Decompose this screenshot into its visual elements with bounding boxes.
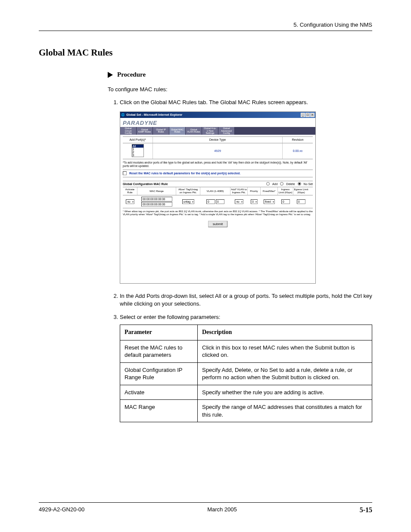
tab-bar: Global Circuit Config Global IGMP Rules … xyxy=(120,127,315,135)
reset-label: Reset the MAC rules to default parameter… xyxy=(129,171,240,176)
procedure-steps: Click on the Global MAC Rules tab. The G… xyxy=(108,99,372,422)
top-rule xyxy=(39,31,372,31)
col-vlan: VLAN (1-4085) xyxy=(200,187,230,195)
cell-param: Activate xyxy=(120,385,198,400)
submit-button[interactable]: submit xyxy=(208,221,228,227)
footer-docno: 4929-A2-GN20-00 xyxy=(39,506,84,514)
brand-logo: PARADYNE xyxy=(120,118,315,127)
radio-add[interactable] xyxy=(266,182,270,186)
col-egress: Egress Limit (Kbps) xyxy=(293,187,309,195)
tab-global-vlan-rules[interactable]: Global VLAN Rules xyxy=(186,127,202,135)
th-parameter: Parameter xyxy=(120,325,198,340)
th-description: Description xyxy=(198,325,372,340)
col-priority: Priority xyxy=(248,187,261,195)
procedure-intro: To configure MAC rules: xyxy=(108,86,372,93)
revision-value: 0.00.xx xyxy=(283,143,313,159)
col-ingress: Ingress Limit (Kbps) xyxy=(278,187,293,195)
chapter-header: 5. Configuration Using the NMS xyxy=(39,22,372,28)
footnotes: ¹ When allow tag on ingress pkt, the por… xyxy=(123,210,313,217)
col-mac-range: MAC Range xyxy=(137,187,176,195)
cell-param: MAC Range xyxy=(120,400,198,422)
ie-icon: 🌐 xyxy=(121,113,125,117)
columns-header: Activate Rule MAC Range Allow¹ Tag/Untag… xyxy=(123,187,313,195)
fixed-max-select[interactable]: fixed xyxy=(264,199,275,204)
activate-select[interactable]: no xyxy=(126,199,134,204)
egress-input[interactable]: 0 xyxy=(297,199,305,204)
col-fixed-max: Fixed/Max² xyxy=(261,187,278,195)
bottom-rule xyxy=(39,502,372,503)
tab-global-circuit-config[interactable]: Global Circuit Config xyxy=(120,127,137,135)
table-row: Global Configuration IP Range Rule Speci… xyxy=(120,362,372,385)
port-option-2[interactable]: 2 xyxy=(132,151,143,154)
tab-global-advanced-config[interactable]: Global Advanced Config xyxy=(218,127,235,135)
radio-delete[interactable] xyxy=(280,182,283,186)
port-option-1[interactable]: 1 xyxy=(132,148,143,151)
table-row: MAC Range Specify the range of MAC addre… xyxy=(120,400,372,422)
header-add-ports: Add Port(s)* xyxy=(123,137,153,143)
cell-desc: Specify Add, Delete, or No Set to add a … xyxy=(198,362,372,385)
rule-action-radios: Add Delete No Set xyxy=(266,182,313,186)
page-footer: 4929-A2-GN20-00 March 2005 5-15 xyxy=(39,502,372,514)
port-option-all[interactable]: All xyxy=(132,145,143,148)
window-buttons: _ □ × xyxy=(301,113,314,117)
allow-select[interactable]: untag xyxy=(182,199,194,204)
cell-param: Global Configuration IP Range Rule xyxy=(120,362,198,385)
cell-desc: Specify the range of MAC addresses that … xyxy=(198,400,372,422)
reset-checkbox[interactable] xyxy=(123,171,127,175)
step-2: In the Add Ports drop-down list, select … xyxy=(120,292,372,308)
vlan-input-2[interactable]: 0 xyxy=(216,199,224,204)
footer-page: 5-15 xyxy=(360,506,372,514)
radio-noset[interactable] xyxy=(298,182,301,186)
vlan-input-1[interactable]: 0 xyxy=(206,199,215,204)
add-ports-listbox[interactable]: All 1 2 3 xyxy=(132,144,144,157)
parameter-table: Parameter Description Reset the MAC rule… xyxy=(120,325,372,423)
ingress-input[interactable]: 0 xyxy=(281,199,290,204)
cell-desc: Click in this box to reset MAC rules whe… xyxy=(198,340,372,362)
maximize-icon[interactable]: □ xyxy=(305,113,310,117)
tab-global-mac-rules[interactable]: Global MAC Rules xyxy=(169,127,186,135)
tab-global-host-settings[interactable]: Global 4-to-1 Host Settings xyxy=(202,127,218,135)
tab-global-igmp-rules[interactable]: Global IGMP Rules xyxy=(137,127,153,135)
gcfg-title: Global Configuration MAC Rule xyxy=(123,182,168,186)
col-allow: Allow¹ Tag/Untag on Ingress Pkt. xyxy=(176,187,200,195)
procedure-heading: Procedure xyxy=(108,71,372,78)
header-revision: Revision xyxy=(283,137,313,143)
section-title: Global MAC Rules xyxy=(39,47,372,58)
cell-param: Reset the MAC rules to default parameter… xyxy=(120,340,198,362)
mac-range-end-input[interactable]: 00:00:00:00:00:00 xyxy=(141,202,172,207)
cell-desc: Specify whether the rule you are adding … xyxy=(198,385,372,400)
triangle-icon xyxy=(108,72,113,78)
reset-row: Reset the MAC rules to default parameter… xyxy=(123,170,313,177)
port-option-3[interactable]: 3 xyxy=(132,154,143,157)
window-title: Global Set - Microsoft Internet Explorer xyxy=(126,113,182,117)
mac-range-start-input[interactable]: 00:00:00:00:00:00 xyxy=(141,197,172,201)
window-titlebar: 🌐 Global Set - Microsoft Internet Explor… xyxy=(120,112,315,118)
tab-global-ip-rules[interactable]: Global IP Rules xyxy=(153,127,169,135)
step-1: Click on the Global MAC Rules tab. The G… xyxy=(120,99,372,284)
footer-date: March 2005 xyxy=(207,506,237,514)
screenshot-global-mac-rules: 🌐 Global Set - Microsoft Internet Explor… xyxy=(120,111,316,284)
step-3: Select or enter the following parameters… xyxy=(120,313,372,423)
header-device-type: Device Type xyxy=(153,137,283,143)
priority-select[interactable]: 0 xyxy=(251,199,258,204)
col-activate: Activate Rule xyxy=(123,187,137,195)
col-add-vlan: Add³ VLAN to Ingress Pkt. xyxy=(230,187,248,195)
procedure-label: Procedure xyxy=(117,71,146,78)
minimize-icon[interactable]: _ xyxy=(301,113,305,117)
ports-note: *To add modules and/or ports of like typ… xyxy=(123,161,313,168)
add-vlan-select[interactable]: no xyxy=(235,199,243,204)
table-row: Reset the MAC rules to default parameter… xyxy=(120,340,372,362)
device-type-value: 4929 xyxy=(153,143,283,159)
values-row: no 00:00:00:00:00:00 00:00:00:00:00:00 u… xyxy=(123,195,313,208)
close-icon[interactable]: × xyxy=(310,113,314,117)
table-row: Activate Specify whether the rule you ar… xyxy=(120,385,372,400)
